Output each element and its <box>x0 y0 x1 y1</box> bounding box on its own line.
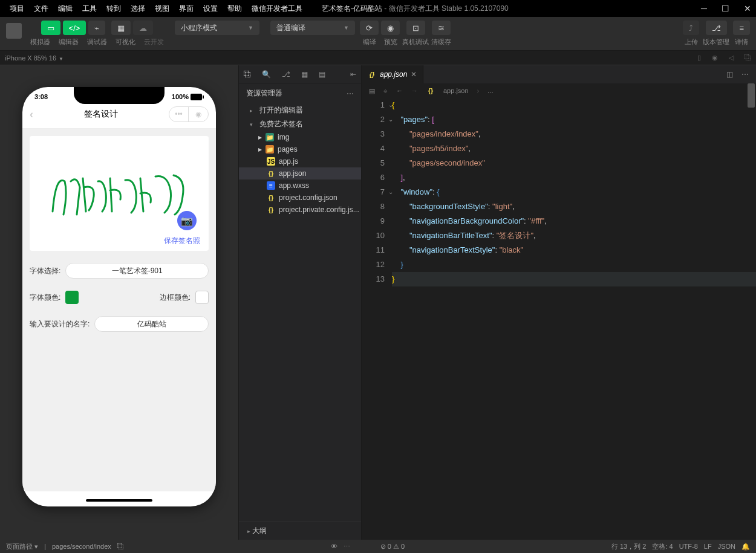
phone-title: 签名设计 <box>84 109 118 120</box>
bc-bookmark-icon[interactable]: ⟐ <box>383 87 388 94</box>
split-editor-icon[interactable]: ◫ <box>726 70 733 79</box>
minimize-button[interactable]: ─ <box>701 4 707 13</box>
visibility-icon[interactable]: 👁 <box>331 543 337 550</box>
breadcrumb-more[interactable]: ... <box>487 87 493 94</box>
close-button[interactable]: ✕ <box>744 4 751 13</box>
menu-设置[interactable]: 设置 <box>198 4 223 14</box>
explorer-title: 资源管理器 <box>246 88 282 99</box>
file-app.wxss[interactable]: ≡ app.wxss <box>239 179 361 192</box>
tab-close-icon[interactable]: ✕ <box>411 70 417 79</box>
editor-scrollbar[interactable] <box>748 83 755 108</box>
menu-文件[interactable]: 文件 <box>29 4 53 14</box>
page-path-value[interactable]: pages/second/index <box>52 543 111 550</box>
status-more-icon[interactable]: ⋯ <box>344 543 350 551</box>
bc-back-icon[interactable]: ← <box>396 87 403 94</box>
version-button[interactable]: ⎇ <box>706 21 727 35</box>
name-input[interactable]: 亿码酷站 <box>94 316 209 332</box>
menu-选择[interactable]: 选择 <box>126 4 150 14</box>
eol-info[interactable]: LF <box>704 543 712 550</box>
svg-rect-0 <box>191 94 202 100</box>
indent-info[interactable]: 空格: 4 <box>652 542 673 551</box>
breadcrumb-file[interactable]: app.json <box>443 87 469 94</box>
open-editors-section[interactable]: ▸打开的编辑器 <box>239 103 361 117</box>
explorer-icon[interactable]: ⿻ <box>244 70 251 79</box>
font-picker[interactable]: 一笔艺术签-901 <box>65 263 209 279</box>
extension-icon[interactable]: ▦ <box>301 70 308 79</box>
title-bar: 项目文件编辑工具转到选择视图界面设置帮助微信开发者工具 艺术签名-亿码酷站 - … <box>0 0 756 17</box>
menu-帮助[interactable]: 帮助 <box>223 4 247 14</box>
border-color-swatch[interactable] <box>195 291 209 304</box>
bc-toggle-icon[interactable]: ▤ <box>369 87 375 95</box>
menu-转到[interactable]: 转到 <box>102 4 126 14</box>
file-project.private.config.js...[interactable]: {} project.private.config.js... <box>239 204 361 216</box>
preview-button[interactable]: ◉ <box>381 21 400 35</box>
file-app.json[interactable]: {} app.json <box>239 167 361 179</box>
compile-select[interactable]: 普通编译▼ <box>270 21 355 35</box>
file-app.js[interactable]: JS app.js <box>239 155 361 167</box>
device-record-icon[interactable]: ◉ <box>712 54 718 62</box>
phone-capsule[interactable]: •••◉ <box>169 106 209 122</box>
menu-项目[interactable]: 项目 <box>5 4 29 14</box>
explorer-pane: ⿻ 🔍 ⎇ ▦ ▤ ⇤ 资源管理器 ⋯ ▸打开的编辑器 ▾免费艺术签名 ▸ 📁 … <box>238 65 362 540</box>
menu-bar: 项目文件编辑工具转到选择视图界面设置帮助微信开发者工具 <box>5 4 307 14</box>
save-signature-link[interactable]: 保存签名照 <box>164 236 200 246</box>
file-img[interactable]: ▸ 📁 img <box>239 131 361 143</box>
debugger-tab[interactable]: ⌁ <box>88 21 105 35</box>
device-select[interactable]: iPhone X 85% 16▼ <box>5 54 64 62</box>
menu-界面[interactable]: 界面 <box>174 4 198 14</box>
page-path-label[interactable]: 页面路径 ▾ <box>6 542 38 551</box>
editor-tab-appjson[interactable]: {} app.json ✕ <box>362 65 423 83</box>
mode-select[interactable]: 小程序模式▼ <box>175 21 259 35</box>
detail-button[interactable]: ≡ <box>733 21 750 35</box>
explorer-more-icon[interactable]: ⋯ <box>347 89 354 98</box>
bell-icon[interactable]: 🔔 <box>741 543 750 551</box>
signature-graphic <box>47 163 192 224</box>
border-color-label: 边框颜色: <box>160 293 191 303</box>
cloud-tab[interactable]: ☁ <box>133 21 153 35</box>
camera-icon[interactable]: 📷 <box>177 211 197 230</box>
menu-微信开发者工具[interactable]: 微信开发者工具 <box>247 4 307 14</box>
project-section[interactable]: ▾免费艺术签名 <box>239 117 361 131</box>
outline-section[interactable]: ▸ 大纲 <box>239 522 361 540</box>
compile-button[interactable]: ⟳ <box>360 21 379 35</box>
font-color-label: 字体颜色: <box>30 293 60 303</box>
menu-视图[interactable]: 视图 <box>150 4 174 14</box>
cursor-position[interactable]: 行 13，列 2 <box>611 542 646 551</box>
copy-path-icon[interactable]: ⿻ <box>117 543 124 550</box>
errors-badge[interactable]: ⊘ 0 ⚠ 0 <box>380 543 405 551</box>
file-pages[interactable]: ▸ 📁 pages <box>239 143 361 155</box>
simulator-pane: 3:08 100% ‹ 签名设计 •••◉ 📷 保存签名照 字体选择: 一 <box>0 65 238 540</box>
bc-fwd-icon[interactable]: → <box>411 87 418 94</box>
status-bar: 页面路径 ▾ | pages/second/index ⿻ 👁 ⋯ ⊘ 0 ⚠ … <box>0 540 756 553</box>
collapse-icon[interactable]: ⇤ <box>350 70 356 79</box>
signature-canvas: 📷 保存签名照 <box>30 136 209 251</box>
phone-frame: 3:08 100% ‹ 签名设计 •••◉ 📷 保存签名照 字体选择: 一 <box>22 87 216 506</box>
device-rotate-icon[interactable]: ▯ <box>697 54 701 62</box>
encoding-info[interactable]: UTF-8 <box>679 543 698 550</box>
search-icon[interactable]: 🔍 <box>262 70 271 79</box>
phone-back-icon[interactable]: ‹ <box>30 108 33 121</box>
menu-编辑[interactable]: 编辑 <box>53 4 77 14</box>
svg-rect-1 <box>203 95 204 99</box>
simulator-tab[interactable]: ▭ <box>41 21 60 35</box>
git-icon[interactable]: ⎇ <box>282 70 290 79</box>
device-copy-icon[interactable]: ⿻ <box>745 54 751 62</box>
file-project.config.json[interactable]: {} project.config.json <box>239 192 361 204</box>
maximize-button[interactable]: ☐ <box>722 4 729 13</box>
upload-button[interactable]: ⤴ <box>683 21 699 35</box>
lang-info[interactable]: JSON <box>718 543 735 550</box>
font-color-swatch[interactable] <box>65 291 79 304</box>
clear-cache-button[interactable]: ≋ <box>432 21 451 35</box>
editor-tab[interactable]: </> <box>63 21 86 35</box>
menu-工具[interactable]: 工具 <box>77 4 102 14</box>
device-bar: iPhone X 85% 16▼ ▯ ◉ ◁ ⿻ <box>0 51 756 65</box>
visual-tab[interactable]: ▦ <box>111 21 131 35</box>
phone-time: 3:08 <box>34 93 48 100</box>
device-back-icon[interactable]: ◁ <box>729 54 734 62</box>
toolbar: ▭ </> ⌁ ▦ ☁ 模拟器编辑器调试器可视化云开发 小程序模式▼ 普通编译▼… <box>0 17 756 51</box>
editor-more-icon[interactable]: ⋯ <box>741 70 749 79</box>
remote-debug-button[interactable]: ⊡ <box>406 21 425 35</box>
avatar[interactable] <box>6 23 22 39</box>
home-indicator <box>86 499 152 502</box>
db-icon[interactable]: ▤ <box>319 70 325 79</box>
